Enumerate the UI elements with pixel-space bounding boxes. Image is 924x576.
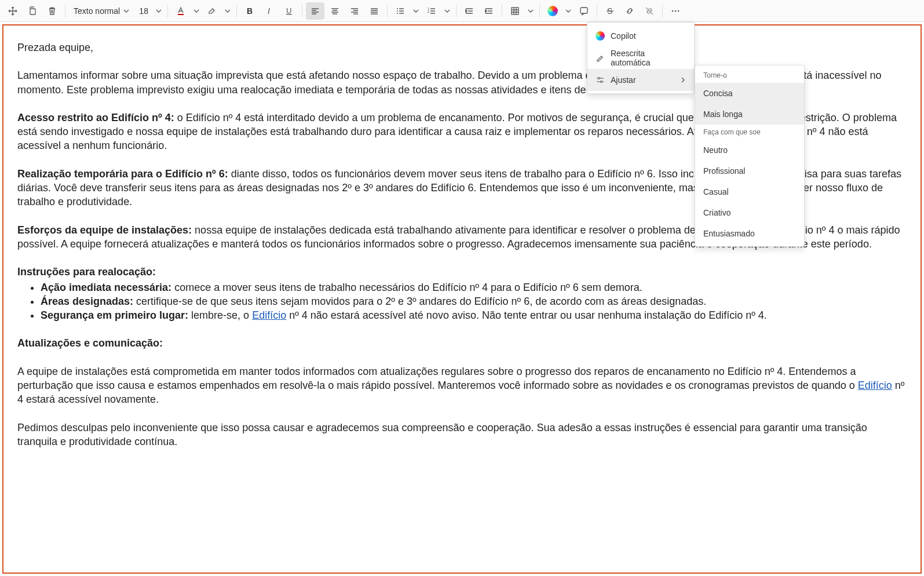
menu-label: Entusiasmado	[703, 229, 755, 238]
svg-rect-6	[286, 14, 292, 14]
link-button[interactable]	[620, 2, 639, 20]
copilot-menu: Copilot Reescrita automática Ajustar	[587, 22, 695, 94]
numbered-list-dropdown[interactable]	[442, 2, 452, 20]
copilot-menu-item-rewrite[interactable]: Reescrita automática	[587, 47, 694, 69]
bullet-list-dropdown[interactable]	[411, 2, 421, 20]
menu-label: Profissional	[703, 166, 745, 176]
heading-facilities: Esforços da equipe de instalações:	[17, 224, 192, 236]
copilot-dropdown[interactable]	[563, 2, 574, 20]
menu-label: Criativo	[703, 208, 731, 217]
svg-text:I: I	[268, 6, 270, 16]
copy-icon[interactable]	[23, 2, 42, 20]
adjust-menu-item-casual[interactable]: Casual	[695, 181, 804, 202]
separator	[539, 5, 540, 17]
list-item: Ação imediata necessária: comece a mover…	[41, 280, 907, 294]
table-dropdown[interactable]	[525, 2, 536, 20]
adjust-menu-item-longer[interactable]: Mais longa	[695, 104, 804, 125]
adjust-menu-item-enthusiastic[interactable]: Entusiasmado	[695, 223, 804, 244]
svg-point-15	[672, 10, 674, 12]
svg-point-17	[678, 10, 680, 12]
adjust-menu-item-neutral[interactable]: Neutro	[695, 140, 804, 161]
svg-rect-2	[209, 14, 216, 15]
table-button[interactable]	[506, 2, 524, 20]
paragraph-greeting: Prezada equipe,	[17, 41, 907, 54]
svg-rect-13	[580, 8, 587, 13]
menu-label: Casual	[703, 187, 729, 196]
svg-rect-0	[30, 9, 35, 14]
list-item: Áreas designadas: certifique-se de que s…	[41, 294, 907, 308]
separator	[236, 5, 237, 17]
unlink-button[interactable]	[640, 2, 659, 20]
chevron-down-icon	[123, 8, 129, 14]
paragraph-updates: A equipe de instalações está comprometid…	[17, 364, 907, 407]
font-color-dropdown[interactable]	[191, 2, 202, 20]
separator	[662, 5, 663, 17]
strikethrough-button[interactable]: S	[601, 2, 619, 20]
adjust-icon	[596, 75, 605, 85]
rewrite-icon	[596, 53, 605, 63]
list-item: Segurança em primeiro lugar: lembre-se, …	[41, 308, 907, 322]
paragraph-apology: Pedimos desculpas pelo inconveniente que…	[17, 421, 907, 449]
toolbar: Texto normal 18 B I U 12 S	[0, 0, 924, 22]
copilot-icon	[547, 6, 558, 16]
separator	[387, 5, 388, 17]
adjust-menu-item-concise[interactable]: Concisa	[695, 83, 804, 104]
svg-rect-12	[512, 8, 518, 14]
adjust-menu-item-professional[interactable]: Profissional	[695, 161, 804, 181]
adjust-menu-item-creative[interactable]: Criativo	[695, 202, 804, 223]
heading-instructions: Instruções para realocação:	[17, 265, 907, 279]
numbered-list-button[interactable]: 12	[422, 2, 441, 20]
svg-point-18	[598, 78, 600, 79]
link-edificio[interactable]: Edifício	[858, 380, 892, 391]
annotate-button[interactable]	[575, 2, 593, 20]
copilot-icon	[596, 31, 605, 41]
decrease-indent-button[interactable]	[460, 2, 479, 20]
align-right-button[interactable]	[345, 2, 364, 20]
link-edificio[interactable]: Edifício	[252, 309, 286, 321]
chevron-right-icon	[680, 75, 686, 85]
separator	[65, 5, 65, 17]
svg-text:B: B	[247, 6, 253, 16]
highlight-dropdown[interactable]	[222, 2, 233, 20]
copilot-menu-item-copilot[interactable]: Copilot	[587, 25, 694, 47]
move-icon[interactable]	[3, 2, 22, 20]
copilot-menu-item-adjust[interactable]: Ajustar	[587, 69, 694, 91]
menu-label: Neutro	[703, 145, 728, 155]
bullet-list-button[interactable]	[391, 2, 410, 20]
more-button[interactable]	[666, 2, 685, 20]
adjust-menu-header-makeit: Torne-o	[695, 68, 804, 83]
bold-button[interactable]: B	[240, 2, 259, 20]
font-color-icon[interactable]	[171, 2, 190, 20]
svg-point-19	[601, 81, 602, 83]
separator	[597, 5, 597, 17]
svg-text:2: 2	[428, 10, 430, 13]
menu-label: Reescrita automática	[611, 49, 686, 67]
menu-label: Concisa	[703, 89, 733, 98]
font-size-dropdown[interactable]	[154, 2, 164, 20]
heading-temp-relocation: Realização temporária para o Edifício nº…	[17, 168, 228, 180]
underline-button[interactable]: U	[280, 2, 298, 20]
svg-point-7	[397, 8, 398, 9]
align-justify-button[interactable]	[365, 2, 384, 20]
adjust-menu-header-soundlike: Faça com que soe	[695, 125, 804, 140]
heading-restricted: Acesso restrito ao Edifício nº 4:	[17, 112, 174, 123]
italic-button[interactable]: I	[260, 2, 279, 20]
align-left-button[interactable]	[306, 2, 324, 20]
instruction-list: Ação imediata necessária: comece a mover…	[41, 280, 907, 323]
align-center-button[interactable]	[326, 2, 344, 20]
font-size-value[interactable]: 18	[135, 6, 152, 16]
svg-point-9	[397, 13, 398, 14]
svg-point-8	[397, 10, 398, 12]
menu-label: Copilot	[611, 31, 636, 41]
heading-updates: Atualizações e comunicação:	[17, 336, 907, 350]
separator	[167, 5, 168, 17]
separator	[302, 5, 302, 17]
text-style-dropdown[interactable]: Texto normal	[69, 2, 134, 20]
separator	[502, 5, 502, 17]
adjust-menu: Torne-o Concisa Mais longa Faça com que …	[695, 65, 805, 247]
increase-indent-button[interactable]	[480, 2, 498, 20]
delete-icon[interactable]	[43, 2, 61, 20]
copilot-button[interactable]	[543, 2, 562, 20]
text-style-label: Texto normal	[74, 6, 120, 16]
highlight-icon[interactable]	[203, 2, 221, 20]
